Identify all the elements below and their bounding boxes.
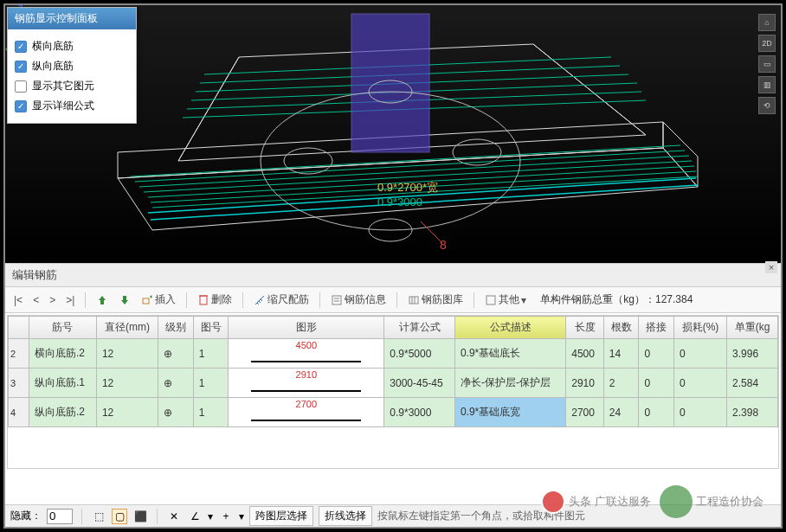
cross-select-icon[interactable]: ✕: [166, 509, 182, 524]
svg-text:0.9*2700*宽: 0.9*2700*宽: [377, 181, 438, 194]
svg-rect-54: [486, 296, 495, 304]
select-mode-1-icon[interactable]: ⬚: [91, 509, 106, 524]
svg-point-23: [284, 148, 332, 174]
chevron-down-icon: ▾: [521, 294, 526, 306]
cross-layer-button[interactable]: 跨图层选择: [249, 506, 313, 526]
checkbox-icon[interactable]: [15, 80, 27, 93]
home-view-button[interactable]: ⌂: [758, 14, 776, 31]
checkbox-row[interactable]: 横向底筋: [11, 36, 132, 56]
move-up-button[interactable]: [93, 292, 112, 308]
avatar-icon: [541, 490, 565, 514]
box-view-button[interactable]: ▭: [758, 55, 776, 73]
nav-prev-button[interactable]: <: [29, 292, 42, 308]
svg-text:0.9*3000: 0.9*3000: [377, 195, 422, 208]
rebar-display-panel: 钢筋显示控制面板 横向底筋 纵向底筋 显示其它图元 显示详细公式: [7, 7, 137, 124]
polyline-select-button[interactable]: 折线选择: [319, 506, 372, 526]
svg-rect-43: [143, 298, 149, 304]
svg-text:8: 8: [440, 238, 447, 252]
svg-rect-42: [123, 296, 126, 300]
table-row[interactable]: 4纵向底筋.212⊕127000.9*30000.9*基础底宽270024002…: [9, 398, 778, 427]
info-button[interactable]: 钢筋信息: [327, 291, 390, 309]
view-tool-column: ⌂ 2D ▭ ▥ ⟲: [758, 14, 777, 118]
orbit-button[interactable]: ⟲: [758, 97, 776, 114]
table-row[interactable]: 2横向底筋.212⊕145000.9*50000.9*基础底长450014003…: [9, 339, 778, 369]
svg-rect-46: [200, 296, 207, 304]
scale-button[interactable]: 缩尺配筋: [250, 291, 312, 309]
hide-label: 隐藏：: [10, 509, 42, 523]
plus-icon[interactable]: +: [218, 509, 234, 524]
watermark: 头条 广联达服务 工程造价协会: [541, 485, 763, 518]
svg-rect-51: [409, 297, 418, 304]
svg-rect-48: [332, 296, 341, 304]
rebar-table[interactable]: 筋号直径(mm)级别图号 图形计算公式 公式描述 长度根数搭接损耗(%)单重(k…: [7, 315, 779, 469]
other-button[interactable]: 其他 ▾: [481, 291, 530, 309]
svg-point-24: [453, 139, 501, 165]
2d-view-button[interactable]: 2D: [758, 35, 776, 52]
checkbox-icon[interactable]: [15, 61, 27, 73]
close-icon[interactable]: ×: [765, 261, 777, 273]
checkbox-icon[interactable]: [15, 100, 27, 112]
checkbox-row[interactable]: 显示其它图元: [11, 76, 132, 96]
move-down-button[interactable]: [115, 292, 134, 308]
checkbox-icon[interactable]: [15, 41, 27, 53]
panel-title: 钢筋显示控制面板: [8, 8, 136, 29]
weight-summary: 单构件钢筋总重（kg）：127.384: [540, 292, 693, 307]
select-mode-2-icon[interactable]: ▢: [112, 509, 127, 524]
angle-icon[interactable]: ∠: [187, 509, 203, 524]
insert-button[interactable]: 插入: [138, 291, 179, 309]
svg-rect-41: [100, 300, 104, 304]
delete-button[interactable]: 删除: [194, 291, 235, 309]
tab-edit-rebar[interactable]: 编辑钢筋: [5, 263, 781, 287]
checkbox-row[interactable]: 纵向底筋: [11, 56, 132, 76]
wechat-icon: [660, 485, 693, 518]
library-button[interactable]: 钢筋图库: [404, 291, 467, 309]
section-view-button[interactable]: ▥: [758, 76, 776, 93]
3d-viewport[interactable]: 0.9*2700*宽 0.9*3000 8 钢筋显示控制面板 横向底筋 纵向底筋…: [5, 5, 781, 263]
table-row[interactable]: 3纵向底筋.112⊕129103000-45-45净长-保护层-保护层29102…: [9, 369, 778, 398]
svg-rect-21: [351, 14, 429, 152]
select-mode-3-icon[interactable]: ⬛: [132, 509, 148, 524]
nav-first-button[interactable]: |<: [10, 292, 26, 308]
grid-toolbar: |< < > >| 插入 删除 缩尺配筋 钢筋信息 钢筋图库 其他 ▾ 单构件钢…: [5, 287, 781, 313]
hide-input[interactable]: [47, 509, 73, 524]
nav-last-button[interactable]: >|: [62, 292, 78, 308]
checkbox-row[interactable]: 显示详细公式: [11, 96, 132, 116]
nav-next-button[interactable]: >: [46, 292, 59, 308]
